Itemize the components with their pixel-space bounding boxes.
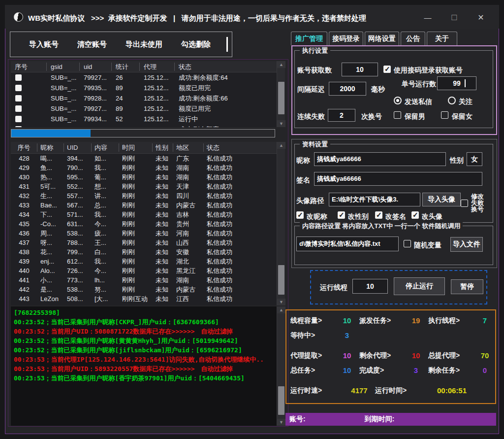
table-row[interactable]: 433Bae...567...总...刚刚未知内蒙古私信成功 — [11, 201, 277, 210]
content-path-input[interactable] — [296, 236, 399, 251]
change-checkbox[interactable] — [411, 211, 419, 219]
scrollbar-thumb[interactable] — [278, 82, 284, 114]
table-row[interactable]: SUB=_...79927...89125.12...额度已用完 — [11, 103, 277, 114]
toolbar-button[interactable]: 导入账号 — [29, 40, 59, 49]
column-header[interactable]: uid — [80, 63, 112, 71]
column-header[interactable]: 时间 — [119, 143, 153, 152]
thread-count-input[interactable] — [352, 279, 388, 294]
table-row[interactable]: 435-Co...631...今...刚刚未知贵州私信成功 — [11, 219, 277, 229]
table-row[interactable]: 438花...799...白...刚刚未知安徽私信成功 — [11, 247, 277, 257]
minimize-button[interactable]: — — [421, 13, 434, 23]
row-checkbox[interactable] — [15, 105, 22, 112]
follow-radio[interactable] — [448, 97, 456, 104]
row-checkbox[interactable] — [15, 116, 22, 122]
tab-1[interactable]: 接码登录 — [329, 32, 363, 45]
gender-select[interactable]: 女 — [467, 152, 482, 166]
table-row[interactable]: 437呀...788...王...刚刚未知山西私信成功 — [11, 238, 277, 247]
column-header[interactable]: 序号 — [11, 143, 37, 152]
tab-0[interactable]: 推广管理 — [291, 32, 327, 45]
row-checkbox[interactable] — [15, 95, 22, 101]
table-row[interactable]: SUB=_...79935...89125.12...额度已用完 — [11, 83, 277, 93]
log-scrollbar[interactable]: ▲ ▼ — [277, 306, 285, 426]
column-header[interactable]: 状态 — [204, 143, 277, 152]
row-checkbox[interactable] — [15, 74, 22, 81]
use-code-login-checkbox[interactable] — [383, 66, 391, 73]
column-header[interactable]: gsid — [47, 63, 80, 71]
fail-count-input[interactable] — [328, 109, 355, 122]
cell: 如... — [92, 154, 119, 163]
table-row[interactable]: 443LeZon508...[大...刚刚互动未知江西私信成功 — [11, 294, 277, 304]
scroll-up-icon[interactable]: ▲ — [277, 306, 285, 313]
keep-male-checkbox[interactable] — [394, 111, 401, 119]
column-header[interactable]: 序号 — [11, 63, 47, 71]
avatar-path-input[interactable] — [329, 193, 420, 206]
messages-table-scrollbar[interactable]: ▲ ▼ — [277, 142, 285, 305]
log-panel: [7682255398]00:23:52；当前已采集到用户昵称[CKPR_]用户… — [11, 306, 277, 426]
nick-input[interactable] — [314, 152, 446, 166]
table-row[interactable]: SUB=_...79928...24125.12...成功:剩余额度:66 — [11, 93, 277, 103]
table-row[interactable]: SUB=_...79934...52125.12...运行中 — [11, 114, 277, 124]
cell: 442 — [11, 286, 37, 293]
scroll-down-icon[interactable]: ▼ — [277, 120, 285, 127]
accounts-table-scrollbar[interactable]: ▲ ▼ — [277, 61, 285, 127]
close-button[interactable]: ✕ — [474, 13, 487, 23]
row-checkbox[interactable] — [15, 126, 22, 127]
table-row[interactable]: 439enj...612...我...刚刚未知湖北私信成功 — [11, 257, 277, 266]
table-row[interactable]: 4315可...552...想...刚刚未知天津私信成功 — [11, 182, 277, 191]
column-header[interactable]: 代理 — [140, 63, 175, 71]
single-run-input[interactable] — [437, 76, 476, 90]
table-row[interactable]: 441小...773...lh...刚刚未知湖南私信成功 — [11, 275, 277, 285]
column-header[interactable]: 昵称 — [37, 143, 64, 152]
cell: 未知 — [153, 248, 173, 257]
table-row[interactable]: 434下...571...我...刚刚未知吉林私信成功 — [11, 210, 277, 219]
accounts-table[interactable]: 序号gsiduid统计代理状态SUB=_...79927...26125.12.… — [11, 61, 277, 127]
tab-3[interactable]: 公告 — [401, 32, 425, 45]
scrollbar-thumb[interactable] — [278, 265, 284, 295]
send-dm-radio[interactable] — [394, 97, 402, 104]
maximize-button[interactable]: ☐ — [448, 13, 461, 23]
pause-button[interactable]: 暂停 — [451, 279, 483, 294]
messages-table[interactable]: 序号昵称UID内容时间性别地区状态428喝...394...如...刚刚未知广东… — [11, 142, 277, 305]
table-row[interactable]: 440Alo...726...今...刚刚未知黑龙江私信成功 — [11, 266, 277, 275]
table-row[interactable]: 430热...595...葡...刚刚未知湖南私信成功 — [11, 172, 277, 182]
scroll-up-icon[interactable]: ▲ — [277, 61, 285, 68]
cell: 私信成功 — [204, 192, 277, 201]
random-var-checkbox[interactable] — [404, 240, 411, 247]
fail-switch-checkbox[interactable] — [461, 200, 468, 207]
change-checkbox[interactable] — [375, 211, 382, 219]
change-checkbox[interactable] — [296, 211, 304, 219]
table-row[interactable]: 428喝...394...如...刚刚未知广东私信成功 — [11, 154, 277, 163]
column-header[interactable]: 内容 — [92, 143, 119, 152]
sign-input[interactable] — [314, 172, 482, 186]
scroll-up-icon[interactable]: ▲ — [277, 142, 285, 149]
scroll-down-icon[interactable]: ▼ — [277, 419, 285, 426]
table-row[interactable]: 432生...557...讲...刚刚未知四川私信成功 — [11, 191, 277, 201]
table-row[interactable]: 429鱼...790...我...刚刚未知湖南私信成功 — [11, 163, 277, 172]
import-avatar-button[interactable]: 导入头像 — [422, 193, 461, 206]
table-row[interactable]: 436周...538...疲...刚刚未知河南私信成功 — [11, 229, 277, 238]
toolbar-button[interactable]: 勾选删除 — [181, 40, 211, 49]
toolbar-button[interactable]: 清空账号 — [77, 40, 107, 49]
column-header[interactable]: 统计 — [112, 63, 140, 71]
scroll-down-icon[interactable]: ▼ — [277, 299, 285, 305]
interval-input[interactable] — [329, 82, 366, 96]
cell: 125.12... — [140, 126, 175, 127]
table-row[interactable]: SUB=_...79927...26125.12...成功:剩余额度:64 — [11, 72, 277, 83]
table-row[interactable]: SUB=_...79927...37125.12...成功:剩余额度:53 — [11, 124, 277, 127]
cell: 未知 — [153, 154, 173, 163]
tab-2[interactable]: 网络设置 — [365, 32, 399, 45]
scrollbar-thumb[interactable] — [278, 386, 284, 415]
column-header[interactable]: 状态 — [175, 63, 277, 71]
column-header[interactable]: 地区 — [173, 143, 204, 152]
keep-female-checkbox[interactable] — [441, 111, 448, 119]
column-header[interactable]: 性别 — [153, 143, 173, 152]
column-header[interactable]: UID — [64, 143, 92, 152]
change-checkbox[interactable] — [338, 211, 345, 219]
row-checkbox[interactable] — [15, 85, 22, 91]
tab-4[interactable]: 关于 — [427, 32, 457, 45]
import-file-button[interactable]: 导入文件 — [450, 237, 483, 252]
stop-run-button[interactable]: 停止运行 — [394, 277, 445, 295]
table-row[interactable]: 442是...538...努...刚刚未知内蒙古私信成功 — [11, 285, 277, 294]
account-fetch-input[interactable] — [342, 63, 378, 76]
toolbar-button[interactable]: 导出未使用 — [126, 40, 162, 49]
